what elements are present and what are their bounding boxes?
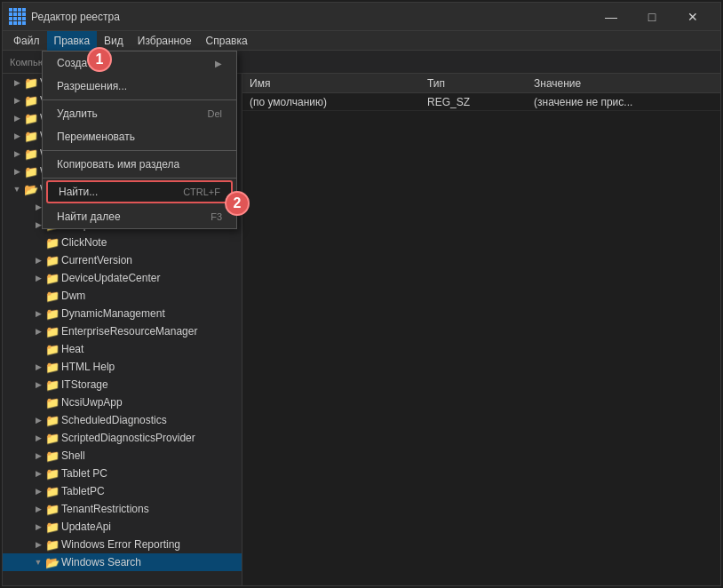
menu-edit[interactable]: Правка	[47, 31, 98, 51]
registry-table: Имя Тип Значение (по умолчанию) REG_SZ (…	[242, 74, 720, 111]
list-item[interactable]: 📁 Heat	[3, 340, 242, 358]
folder-icon: 📁	[45, 360, 60, 374]
list-item[interactable]: ▶ 📁 CurrentVersion	[3, 251, 242, 269]
col-value-header: Значение	[527, 77, 720, 90]
folder-open-icon: 📂	[45, 555, 60, 569]
list-item[interactable]: ▶ 📁 ScriptedDiagnosticsProvider	[3, 429, 242, 447]
registry-editor-window: Редактор реестра — □ ✕ Файл Правка Вид И…	[2, 2, 721, 586]
dropdown-delete[interactable]: Удалить Del	[43, 102, 236, 125]
window-title: Редактор реестра	[31, 11, 591, 23]
list-item[interactable]: ▶ 📁 TenantRestrictions	[3, 500, 242, 518]
folder-icon: 📁	[45, 484, 60, 498]
list-item[interactable]: 📁 NcsiUwpApp	[3, 393, 242, 411]
list-item[interactable]: ▶ 📁 Windows Error Reporting	[3, 536, 242, 553]
list-item[interactable]: 📁 Dwm	[3, 287, 242, 305]
folder-icon: 📁	[45, 449, 60, 463]
list-item[interactable]: ▶ 📁 ITStorage	[3, 376, 242, 393]
menu-help[interactable]: Справка	[199, 31, 255, 51]
list-item[interactable]: ▶ 📁 Tablet PC	[3, 465, 242, 482]
dropdown-sep-3	[43, 178, 236, 179]
folder-icon: 📁	[45, 537, 60, 552]
folder-icon: 📁	[24, 111, 38, 125]
row-name: (по умолчанию)	[242, 96, 420, 108]
edit-dropdown: Создать ▶ Разрешения... Удалить Del Пере…	[42, 51, 237, 229]
folder-icon: 📁	[45, 324, 60, 338]
table-header: Имя Тип Значение	[242, 74, 720, 93]
list-item[interactable]: ▶ 📁 Shell	[3, 447, 242, 465]
dropdown-find[interactable]: Найти... CTRL+F	[46, 180, 233, 203]
folder-icon: 📁	[24, 164, 38, 179]
dropdown-create[interactable]: Создать ▶	[43, 52, 236, 75]
table-row[interactable]: (по умолчанию) REG_SZ (значение не прис.…	[242, 93, 720, 111]
folder-icon: 📁	[45, 431, 60, 445]
folder-icon: 📁	[24, 129, 38, 143]
dropdown-sep-2	[43, 150, 236, 151]
menu-file[interactable]: Файл	[6, 31, 47, 51]
folder-icon: 📂	[24, 182, 38, 196]
title-bar: Редактор реестра — □ ✕	[3, 3, 720, 31]
dropdown-rename[interactable]: Переименовать	[43, 125, 236, 148]
folder-icon: 📁	[24, 75, 38, 90]
list-item[interactable]: ▶ 📁 ScheduledDiagnostics	[3, 411, 242, 429]
dropdown-permissions[interactable]: Разрешения...	[43, 75, 236, 98]
folder-icon: 📁	[45, 413, 60, 427]
folder-icon: 📁	[45, 271, 60, 285]
folder-icon: 📁	[45, 342, 60, 356]
right-panel: Имя Тип Значение (по умолчанию) REG_SZ (…	[242, 74, 720, 585]
folder-icon: 📁	[45, 395, 60, 409]
dropdown-find-next[interactable]: Найти далее F3	[43, 205, 236, 228]
folder-icon: 📁	[45, 466, 60, 481]
close-button[interactable]: ✕	[672, 3, 713, 31]
folder-icon: 📁	[24, 147, 38, 161]
menu-bar: Файл Правка Вид Избранное Справка Создат…	[3, 31, 720, 51]
windows-error-reporting-label: Windows Error Reporting	[61, 538, 180, 551]
list-item[interactable]: ▶ 📁 UpdateApi	[3, 518, 242, 536]
folder-icon: 📁	[45, 289, 60, 303]
list-item[interactable]: ▶ 📁 TabletPC	[3, 482, 242, 500]
folder-icon: 📁	[45, 235, 60, 250]
app-icon	[10, 10, 24, 24]
folder-icon: 📁	[45, 520, 60, 534]
step-badge-2: 2	[225, 191, 250, 216]
menu-favorites[interactable]: Избранное	[131, 31, 199, 51]
selected-tree-item[interactable]: ▼ 📂 Windows Search	[3, 553, 242, 571]
col-type-header: Тип	[420, 77, 527, 90]
folder-icon: 📁	[45, 377, 60, 392]
minimize-button[interactable]: —	[591, 3, 632, 31]
step-badge-1: 1	[87, 47, 112, 72]
list-item[interactable]: ▶ 📁 DynamicManagement	[3, 305, 242, 322]
list-item[interactable]: ▶ 📁 EnterpriseResourceManager	[3, 322, 242, 340]
folder-icon: 📁	[45, 502, 60, 516]
window-controls: — □ ✕	[591, 3, 713, 31]
folder-icon: 📁	[45, 306, 60, 321]
dropdown-sep-1	[43, 99, 236, 100]
list-item[interactable]: 📁 ClickNote	[3, 234, 242, 251]
row-type: REG_SZ	[420, 96, 527, 108]
maximize-button[interactable]: □	[632, 3, 672, 31]
row-value: (значение не прис...	[527, 96, 720, 108]
windows-search-label: Windows Search	[61, 556, 141, 568]
folder-icon: 📁	[24, 93, 38, 107]
folder-icon: 📁	[45, 253, 60, 267]
list-item[interactable]: ▶ 📁 HTML Help	[3, 358, 242, 376]
dropdown-copy-key-name[interactable]: Копировать имя раздела	[43, 153, 236, 176]
list-item[interactable]: ▶ 📁 DeviceUpdateCenter	[3, 269, 242, 287]
col-name-header: Имя	[242, 77, 420, 90]
